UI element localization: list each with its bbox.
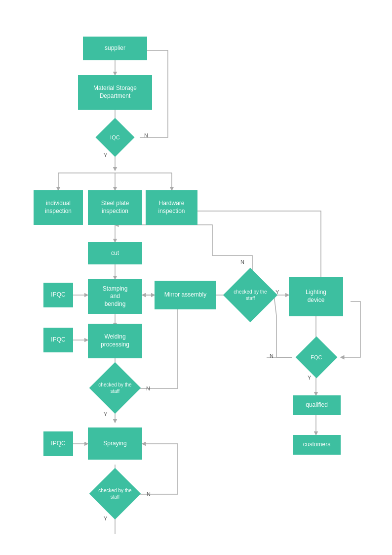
checked3-n-label: N	[240, 259, 244, 265]
flowchart: supplier Material Storage Department IQC…	[0, 0, 392, 555]
checked1-n-label: N	[146, 385, 150, 391]
checked1-diamond: checked by the staff	[86, 370, 144, 406]
fqc-diamond: FQC	[292, 342, 340, 372]
iqc-diamond: IQC	[89, 124, 141, 151]
fqc-n-label: N	[270, 353, 274, 359]
ipqc2-box: IPQC	[43, 328, 73, 352]
lighting-box: Lighting device	[289, 277, 343, 316]
checked2-y-label: Y	[104, 515, 107, 521]
welding-box: Welding processing	[88, 324, 142, 358]
checked1-y-label: Y	[104, 411, 107, 417]
checked2-n-label: N	[147, 491, 151, 497]
spraying-box: Spraying	[88, 427, 142, 460]
material-storage-box: Material Storage Department	[78, 75, 152, 110]
ipqc3-box: IPQC	[43, 431, 73, 456]
individual-inspection-box: individual inspection	[34, 190, 83, 225]
customers-box: customers	[293, 435, 341, 455]
cut-box: cut	[88, 242, 142, 264]
ipqc1-box: IPQC	[43, 283, 73, 307]
stamping-box: Stamping and bending	[88, 279, 142, 314]
hardware-inspection-box: Hardware inspection	[146, 190, 197, 225]
checked3-y-label: Y	[275, 289, 279, 295]
iqc-n-label: N	[144, 132, 148, 138]
steel-plate-box: Steel plate inspection	[88, 190, 142, 225]
checked2-diamond: checked by the staff	[86, 475, 144, 512]
fqc-y-label: Y	[308, 375, 311, 381]
supplier-box: supplier	[83, 37, 147, 60]
mirror-assembly-box: Mirror assembly	[155, 281, 216, 309]
iqc-y-label: Y	[104, 152, 107, 158]
qualified-box: qualified	[293, 395, 341, 415]
checked3-diamond: checked by the staff	[226, 276, 274, 314]
